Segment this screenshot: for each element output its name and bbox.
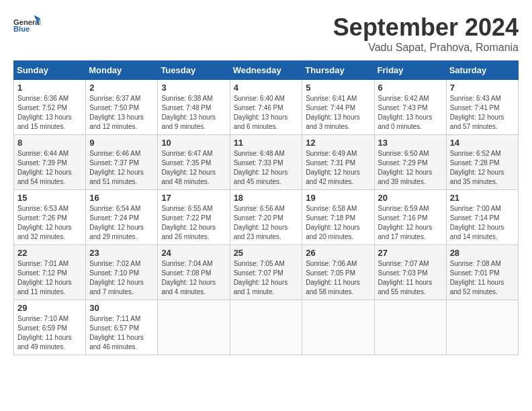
table-row: 21 Sunrise: 7:00 AM Sunset: 7:14 PM Dayl… bbox=[446, 190, 518, 245]
table-row: 5 Sunrise: 6:41 AM Sunset: 7:44 PM Dayli… bbox=[302, 80, 374, 135]
day-number: 7 bbox=[450, 83, 515, 93]
calendar-table: Sunday Monday Tuesday Wednesday Thursday… bbox=[13, 60, 519, 355]
day-info: Sunrise: 6:59 AM Sunset: 7:16 PM Dayligh… bbox=[378, 204, 443, 242]
day-number: 13 bbox=[378, 138, 443, 148]
table-row: 10 Sunrise: 6:47 AM Sunset: 7:35 PM Dayl… bbox=[158, 135, 230, 190]
table-row: 12 Sunrise: 6:49 AM Sunset: 7:31 PM Dayl… bbox=[302, 135, 374, 190]
day-info: Sunrise: 6:49 AM Sunset: 7:31 PM Dayligh… bbox=[306, 149, 370, 187]
location: Vadu Sapat, Prahova, Romania bbox=[333, 42, 519, 54]
col-monday: Monday bbox=[86, 61, 158, 80]
table-row: 13 Sunrise: 6:50 AM Sunset: 7:29 PM Dayl… bbox=[374, 135, 446, 190]
table-row: 11 Sunrise: 6:48 AM Sunset: 7:33 PM Dayl… bbox=[230, 135, 302, 190]
day-number: 15 bbox=[17, 193, 82, 203]
page-header: General Blue September 2024 Vadu Sapat, … bbox=[13, 13, 519, 54]
day-number: 17 bbox=[161, 193, 226, 203]
day-number: 14 bbox=[450, 138, 515, 148]
day-info: Sunrise: 7:06 AM Sunset: 7:05 PM Dayligh… bbox=[306, 259, 370, 297]
day-info: Sunrise: 6:50 AM Sunset: 7:29 PM Dayligh… bbox=[378, 149, 443, 187]
day-info: Sunrise: 6:36 AM Sunset: 7:52 PM Dayligh… bbox=[17, 94, 82, 132]
day-number: 24 bbox=[161, 248, 226, 258]
table-row: 26 Sunrise: 7:06 AM Sunset: 7:05 PM Dayl… bbox=[302, 245, 374, 300]
day-number: 30 bbox=[89, 303, 154, 313]
day-number: 9 bbox=[89, 138, 154, 148]
table-row: 7 Sunrise: 6:43 AM Sunset: 7:41 PM Dayli… bbox=[446, 80, 518, 135]
calendar-week-row: 1 Sunrise: 6:36 AM Sunset: 7:52 PM Dayli… bbox=[14, 80, 519, 135]
table-row: 3 Sunrise: 6:38 AM Sunset: 7:48 PM Dayli… bbox=[158, 80, 230, 135]
calendar-week-row: 22 Sunrise: 7:01 AM Sunset: 7:12 PM Dayl… bbox=[14, 245, 519, 300]
day-number: 23 bbox=[89, 248, 154, 258]
day-info: Sunrise: 6:47 AM Sunset: 7:35 PM Dayligh… bbox=[161, 149, 226, 187]
table-row: 25 Sunrise: 7:05 AM Sunset: 7:07 PM Dayl… bbox=[230, 245, 302, 300]
day-info: Sunrise: 7:01 AM Sunset: 7:12 PM Dayligh… bbox=[17, 259, 82, 297]
calendar-header-row: Sunday Monday Tuesday Wednesday Thursday… bbox=[14, 61, 519, 80]
logo-bird-icon: General Blue bbox=[13, 13, 40, 34]
col-wednesday: Wednesday bbox=[230, 61, 302, 80]
col-friday: Friday bbox=[374, 61, 446, 80]
col-tuesday: Tuesday bbox=[158, 61, 230, 80]
day-info: Sunrise: 6:44 AM Sunset: 7:39 PM Dayligh… bbox=[17, 149, 82, 187]
day-number: 1 bbox=[17, 83, 82, 93]
day-info: Sunrise: 7:07 AM Sunset: 7:03 PM Dayligh… bbox=[378, 259, 443, 297]
table-row bbox=[374, 300, 446, 355]
title-section: September 2024 Vadu Sapat, Prahova, Roma… bbox=[333, 13, 519, 54]
logo: General Blue bbox=[13, 13, 40, 34]
day-number: 27 bbox=[378, 248, 443, 258]
table-row: 17 Sunrise: 6:55 AM Sunset: 7:22 PM Dayl… bbox=[158, 190, 230, 245]
calendar-week-row: 8 Sunrise: 6:44 AM Sunset: 7:39 PM Dayli… bbox=[14, 135, 519, 190]
table-row bbox=[446, 300, 518, 355]
day-number: 22 bbox=[17, 248, 82, 258]
day-info: Sunrise: 7:05 AM Sunset: 7:07 PM Dayligh… bbox=[234, 259, 299, 297]
table-row: 15 Sunrise: 6:53 AM Sunset: 7:26 PM Dayl… bbox=[14, 190, 86, 245]
day-number: 26 bbox=[306, 248, 370, 258]
month-title: September 2024 bbox=[333, 13, 519, 42]
day-number: 3 bbox=[161, 83, 226, 93]
table-row bbox=[302, 300, 374, 355]
col-saturday: Saturday bbox=[446, 61, 518, 80]
table-row: 9 Sunrise: 6:46 AM Sunset: 7:37 PM Dayli… bbox=[86, 135, 158, 190]
table-row: 22 Sunrise: 7:01 AM Sunset: 7:12 PM Dayl… bbox=[14, 245, 86, 300]
day-number: 19 bbox=[306, 193, 370, 203]
day-number: 20 bbox=[378, 193, 443, 203]
table-row: 19 Sunrise: 6:58 AM Sunset: 7:18 PM Dayl… bbox=[302, 190, 374, 245]
col-sunday: Sunday bbox=[14, 61, 86, 80]
table-row bbox=[158, 300, 230, 355]
day-number: 5 bbox=[306, 83, 370, 93]
table-row bbox=[230, 300, 302, 355]
day-info: Sunrise: 7:11 AM Sunset: 6:57 PM Dayligh… bbox=[89, 314, 154, 352]
day-info: Sunrise: 6:48 AM Sunset: 7:33 PM Dayligh… bbox=[234, 149, 299, 187]
table-row: 30 Sunrise: 7:11 AM Sunset: 6:57 PM Dayl… bbox=[86, 300, 158, 355]
day-info: Sunrise: 6:56 AM Sunset: 7:20 PM Dayligh… bbox=[234, 204, 299, 242]
calendar-week-row: 29 Sunrise: 7:10 AM Sunset: 6:59 PM Dayl… bbox=[14, 300, 519, 355]
table-row: 18 Sunrise: 6:56 AM Sunset: 7:20 PM Dayl… bbox=[230, 190, 302, 245]
day-info: Sunrise: 6:40 AM Sunset: 7:46 PM Dayligh… bbox=[234, 94, 299, 132]
day-number: 10 bbox=[161, 138, 226, 148]
table-row: 4 Sunrise: 6:40 AM Sunset: 7:46 PM Dayli… bbox=[230, 80, 302, 135]
svg-text:Blue: Blue bbox=[13, 25, 30, 33]
table-row: 28 Sunrise: 7:08 AM Sunset: 7:01 PM Dayl… bbox=[446, 245, 518, 300]
day-info: Sunrise: 6:43 AM Sunset: 7:41 PM Dayligh… bbox=[450, 94, 515, 132]
day-info: Sunrise: 6:46 AM Sunset: 7:37 PM Dayligh… bbox=[89, 149, 154, 187]
table-row: 14 Sunrise: 6:52 AM Sunset: 7:28 PM Dayl… bbox=[446, 135, 518, 190]
calendar-week-row: 15 Sunrise: 6:53 AM Sunset: 7:26 PM Dayl… bbox=[14, 190, 519, 245]
table-row: 23 Sunrise: 7:02 AM Sunset: 7:10 PM Dayl… bbox=[86, 245, 158, 300]
day-info: Sunrise: 6:55 AM Sunset: 7:22 PM Dayligh… bbox=[161, 204, 226, 242]
day-info: Sunrise: 6:37 AM Sunset: 7:50 PM Dayligh… bbox=[89, 94, 154, 132]
table-row: 16 Sunrise: 6:54 AM Sunset: 7:24 PM Dayl… bbox=[86, 190, 158, 245]
day-info: Sunrise: 6:42 AM Sunset: 7:43 PM Dayligh… bbox=[378, 94, 443, 132]
day-info: Sunrise: 7:04 AM Sunset: 7:08 PM Dayligh… bbox=[161, 259, 226, 297]
day-number: 8 bbox=[17, 138, 82, 148]
col-thursday: Thursday bbox=[302, 61, 374, 80]
table-row: 6 Sunrise: 6:42 AM Sunset: 7:43 PM Dayli… bbox=[374, 80, 446, 135]
day-info: Sunrise: 7:02 AM Sunset: 7:10 PM Dayligh… bbox=[89, 259, 154, 297]
day-info: Sunrise: 6:41 AM Sunset: 7:44 PM Dayligh… bbox=[306, 94, 370, 132]
day-info: Sunrise: 6:53 AM Sunset: 7:26 PM Dayligh… bbox=[17, 204, 82, 242]
table-row: 27 Sunrise: 7:07 AM Sunset: 7:03 PM Dayl… bbox=[374, 245, 446, 300]
day-number: 11 bbox=[234, 138, 299, 148]
table-row: 20 Sunrise: 6:59 AM Sunset: 7:16 PM Dayl… bbox=[374, 190, 446, 245]
day-info: Sunrise: 6:38 AM Sunset: 7:48 PM Dayligh… bbox=[161, 94, 226, 132]
day-number: 2 bbox=[89, 83, 154, 93]
day-number: 18 bbox=[234, 193, 299, 203]
table-row: 8 Sunrise: 6:44 AM Sunset: 7:39 PM Dayli… bbox=[14, 135, 86, 190]
day-info: Sunrise: 7:00 AM Sunset: 7:14 PM Dayligh… bbox=[450, 204, 515, 242]
day-number: 4 bbox=[234, 83, 299, 93]
